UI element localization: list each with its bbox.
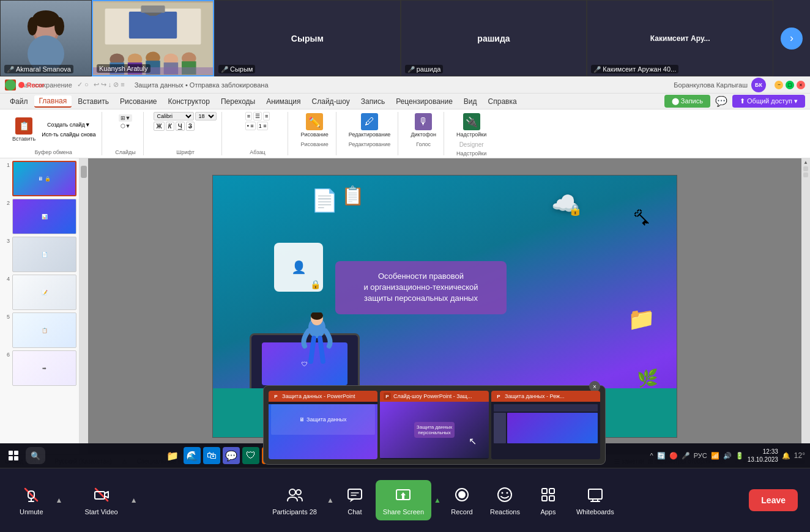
toolbar-left-section: Unmute ▲ Start Video ▲ <box>12 480 138 520</box>
slide-thumb-6[interactable]: 6 ➡ <box>2 350 76 386</box>
comment-icon[interactable]: 💬 <box>715 95 727 107</box>
scroll-up-btn[interactable]: ▲ <box>803 160 808 165</box>
ribbon-btn-addins[interactable]: 🔌 Надстройки <box>454 112 489 139</box>
window-minimize[interactable]: － <box>775 81 783 89</box>
unmute-chevron[interactable]: ▲ <box>56 496 63 504</box>
window-close[interactable]: × <box>797 81 805 89</box>
record-label: Record <box>451 508 472 515</box>
menu-slideshow[interactable]: Слайд-шоу <box>307 96 355 107</box>
unmute-button[interactable]: Unmute <box>12 480 51 520</box>
reactions-button[interactable]: Reactions <box>483 480 527 520</box>
slide-thumb-1[interactable]: 1 🖥 🔒 <box>2 161 76 196</box>
menu-design[interactable]: Конструктор <box>163 96 215 107</box>
app-preview-3[interactable]: P Защита данных - Реж... <box>491 391 600 459</box>
taskbar-clock[interactable]: 12:33 13.10.2023 <box>748 448 778 464</box>
align-right-btn[interactable]: ≡ <box>263 112 270 120</box>
system-tray-chevron[interactable]: ^ <box>650 452 653 459</box>
ribbon-btn-paste[interactable]: 📋 Вставить <box>10 116 38 143</box>
ribbon-btn-dictophone[interactable]: 🎙 Диктофон <box>408 112 439 139</box>
taskbar-teams-icon[interactable]: 💬 <box>223 447 240 464</box>
slide-preview-5[interactable]: 📋 <box>12 312 76 348</box>
participant-label-rashida: 🎤 рашида <box>405 65 444 73</box>
participants-chevron[interactable]: ▲ <box>327 496 334 504</box>
person-icon: 👤 <box>291 260 307 275</box>
whiteboards-button[interactable]: Whiteboards <box>569 480 622 520</box>
documents-icon-group2: 📋 <box>341 185 364 206</box>
align-center-btn[interactable]: ☰ <box>253 112 262 120</box>
menu-home[interactable]: Главная <box>34 95 72 108</box>
menu-file[interactable]: Файл <box>5 96 33 107</box>
canvas-scrollbar-right[interactable]: ▲ ▼ <box>801 158 810 454</box>
slide-preview-1[interactable]: 🖥 🔒 <box>12 161 76 196</box>
record-icon <box>452 485 472 504</box>
filename-label: Защита данных • Отправка заблокирована <box>135 81 269 89</box>
editing-label: Редактирование <box>349 131 391 138</box>
slide-preview-4[interactable]: 📝 <box>12 275 76 310</box>
ribbon-btn-newslide[interactable]: Создать слайд▼ <box>40 120 97 129</box>
ribbon-slides-btn2[interactable]: ⬡▼ <box>119 122 133 130</box>
windows-start-btn[interactable] <box>5 447 22 464</box>
taskbar-kaspersky-icon[interactable]: 🛡 <box>242 447 259 464</box>
recording-indicator: Recor <box>5 79 44 91</box>
taskbar-files-icon[interactable]: 📁 <box>164 447 181 464</box>
strikethrough-btn[interactable]: З <box>186 122 195 131</box>
menu-view[interactable]: Вид <box>459 96 482 107</box>
ribbon-record-btn[interactable]: ⬤ Запись <box>664 95 710 108</box>
designer-label[interactable]: Designer <box>459 141 484 148</box>
slide-preview-2[interactable]: 📊 <box>12 199 76 234</box>
participant-tile-kakimsei[interactable]: Какимсеит Ару... 🎤 Какимсеит Аружан 40..… <box>587 0 773 76</box>
participant-tile-rashida[interactable]: рашида 🎤 рашида <box>401 0 587 76</box>
ribbon-share-btn[interactable]: ⬆ Общий доступ ▾ <box>732 95 805 108</box>
share-screen-button[interactable]: Share Screen <box>376 480 431 520</box>
menu-review[interactable]: Рецензирование <box>391 96 458 107</box>
underline-btn[interactable]: Ч <box>176 122 185 131</box>
ribbon-btn-reuse[interactable]: Исп-ть слайды снова <box>40 130 97 139</box>
slide-preview-3[interactable]: 📄 <box>12 237 76 272</box>
italic-btn[interactable]: К <box>166 122 174 131</box>
taskbar-search-icon[interactable]: 🔍 <box>26 447 45 464</box>
menu-draw[interactable]: Рисование <box>115 96 162 107</box>
ribbon-btn-drawing[interactable]: ✏️ Рисование <box>298 112 330 139</box>
canvas-scrollbar-left[interactable] <box>80 158 88 454</box>
app-preview-2[interactable]: P Слайд-шоу PowerPoint - Защ... Защита д… <box>380 391 489 459</box>
menu-transitions[interactable]: Переходы <box>216 96 260 107</box>
bold-btn[interactable]: Ж <box>154 122 164 131</box>
slide-thumb-2[interactable]: 2 📊 <box>2 199 76 234</box>
font-family-select[interactable]: Calibri <box>154 112 194 120</box>
svg-rect-48 <box>589 489 602 499</box>
share-chevron[interactable]: ▲ <box>434 496 441 504</box>
video-chevron[interactable]: ▲ <box>130 496 138 504</box>
tray-icon-2: 🔴 <box>669 452 678 460</box>
menu-animation[interactable]: Анимация <box>261 96 305 107</box>
slide-thumb-4[interactable]: 4 📝 <box>2 275 76 310</box>
app-preview-1[interactable]: P Защита данных - PowerPoint 🖥 Защита да… <box>269 391 377 459</box>
more-participants-icon[interactable]: › <box>781 28 803 50</box>
participants-button[interactable]: Participants 28 <box>265 480 324 520</box>
slide-thumb-3[interactable]: 3 📄 <box>2 237 76 272</box>
taskbar-edge-icon[interactable]: 🌊 <box>184 447 201 464</box>
chat-button[interactable]: Chat <box>336 480 373 520</box>
align-left-btn[interactable]: ≡ <box>245 112 252 120</box>
notification-icon[interactable]: 🔔 <box>782 452 790 460</box>
menu-record-menu[interactable]: Запись <box>356 96 390 107</box>
menu-help[interactable]: Справка <box>483 96 522 107</box>
scroll-thumb-top <box>81 166 87 178</box>
menu-insert[interactable]: Вставить <box>73 96 114 107</box>
participant-tile-kuanysh[interactable]: Kuanysh Aratuly <box>92 0 214 76</box>
participant-tile-akmaral[interactable]: 🎤 Akmaral Smanova <box>0 0 92 76</box>
record-button[interactable]: Record <box>444 480 480 520</box>
taskbar-store-icon[interactable]: 🛍 <box>203 447 220 464</box>
font-size-select[interactable]: 18 <box>195 112 217 120</box>
slide-preview-6[interactable]: ➡ <box>12 350 76 386</box>
start-video-button[interactable]: Start Video <box>77 480 125 520</box>
participants-more-button[interactable]: › <box>773 0 810 76</box>
slide-thumb-5[interactable]: 5 📋 <box>2 312 76 348</box>
leave-button[interactable]: Leave <box>749 489 798 511</box>
numbering-btn[interactable]: 1 ≡ <box>257 122 269 130</box>
apps-button[interactable]: Apps <box>530 480 567 520</box>
bullets-btn[interactable]: • ≡ <box>245 122 256 130</box>
window-maximize[interactable]: □ <box>786 81 794 89</box>
ribbon-btn-editing[interactable]: 🖊 Редактирование <box>346 112 393 139</box>
participant-tile-syrim[interactable]: Сырым 🎤 Сырым <box>214 0 401 76</box>
ribbon-slides-btn1[interactable]: ⊞▼ <box>119 114 133 122</box>
